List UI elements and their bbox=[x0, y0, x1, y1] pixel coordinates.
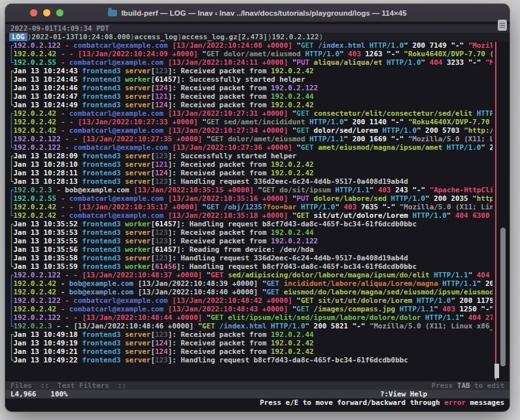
folder-icon bbox=[108, 10, 117, 16]
files-bar-right: Press TAB to edit bbox=[432, 381, 504, 390]
log-row[interactable]: │Jan 13 10:35:55 frontend3 server[123]: … bbox=[9, 237, 493, 245]
hint-suffix: messages bbox=[466, 398, 504, 407]
desktop: lbuild-perf — LOG — lnav ‹ lnav ../lnav/… bbox=[0, 0, 520, 420]
file-bracket bbox=[9, 364, 14, 373]
log-row[interactable]: │192.0.2.55 - combatcarl@example.com [13… bbox=[9, 194, 493, 203]
log-row[interactable]: └Jan 13 10:49:22 frontend3 server[123]: … bbox=[9, 356, 493, 364]
terminal-window: lbuild-perf — LOG — lnav ‹ lnav ../lnav/… bbox=[5, 4, 510, 411]
log-row[interactable]: ┌Jan 13 10:24:43 frontend3 server[123]: … bbox=[9, 67, 493, 75]
log-row[interactable]: │Jan 13 10:28:10 frontend3 server[121]: … bbox=[9, 160, 493, 169]
log-row[interactable]: │Jan 13 10:35:58 frontend3 server[123]: … bbox=[9, 254, 493, 262]
log-row[interactable]: │Jan 13 10:28:11 frontend3 server[124]: … bbox=[9, 169, 493, 177]
log-row[interactable]: │192.0.2.42 - - [13/Jan/2022:10:24:09 +0… bbox=[9, 50, 493, 58]
hint-prefix: Press e/E to move forward/backward throu… bbox=[260, 398, 444, 407]
log-row[interactable]: ┌192.0.2.3 - bob@example.com [13/Jan/202… bbox=[9, 186, 493, 194]
title-bar[interactable]: lbuild-perf — LOG — lnav ‹ lnav ../lnav/… bbox=[5, 4, 510, 22]
tab-key-label: TAB bbox=[457, 381, 470, 390]
log-row[interactable]: └192.0.2.3 - - [13/Jan/2022:10:48:46 +00… bbox=[9, 322, 493, 330]
lnav-terminal: 2022-09-01T14:09:34 PDT LOG⟩2022-01-13T1… bbox=[5, 22, 510, 411]
breadcrumb-item[interactable]: access_log.gz[2,473] bbox=[182, 33, 268, 41]
log-row[interactable]: │192.0.2.122 - - [13/Jan/2022:10:48:44 +… bbox=[9, 313, 493, 322]
lnav-scrollbar-thumb[interactable] bbox=[494, 364, 499, 378]
log-row[interactable]: │Jan 13 10:49:21 frontend3 server[124]: … bbox=[9, 347, 493, 356]
macos-scrollbar-thumb[interactable] bbox=[500, 228, 506, 366]
log-row[interactable]: └Jan 13 10:35:59 frontend3 worker[61456]… bbox=[9, 262, 493, 271]
clock-bar: 2022-09-01T14:09:34 PDT bbox=[5, 24, 510, 33]
log-row[interactable]: │Jan 13 10:35:56 frontend3 worker[61457]… bbox=[9, 245, 493, 254]
window-title: lbuild-perf — LOG — lnav ‹ lnav ../lnav/… bbox=[121, 9, 406, 17]
breadcrumb-separator: ⟩ bbox=[319, 33, 324, 41]
view-help-hint: ?:View Help bbox=[380, 390, 427, 398]
files-bar: Files :: Text Filters :: Press TAB to ed… bbox=[5, 381, 510, 390]
log-row[interactable] bbox=[9, 364, 493, 373]
scroll-percent: 100% bbox=[50, 390, 67, 398]
log-row[interactable]: ┌Jan 13 10:35:52 frontend3 worker[61457]… bbox=[9, 220, 493, 228]
log-row[interactable]: │Jan 13 10:24:46 frontend3 server[124]: … bbox=[9, 84, 493, 92]
log-row[interactable]: │192.0.2.42 - bob@example.com [13/Jan/20… bbox=[9, 288, 493, 296]
hint-error-word: error bbox=[444, 398, 466, 407]
to-edit-label: to edit bbox=[470, 381, 504, 390]
log-row[interactable]: │192.0.2.42 - bob@example.com [13/Jan/20… bbox=[9, 279, 493, 288]
log-row[interactable]: └192.0.2.122 - combatcarl@example.com [1… bbox=[9, 143, 493, 152]
breadcrumb-item[interactable]: 192.0.2.122 bbox=[271, 33, 319, 41]
status-bar: L4,966 100% ?:View Help bbox=[5, 390, 510, 398]
files-bar-left[interactable]: Files :: Text Filters :: bbox=[10, 381, 126, 390]
traffic-lights bbox=[30, 9, 63, 16]
minimize-button[interactable] bbox=[43, 9, 50, 16]
breadcrumb-item[interactable]: 2022-01-13T10:24:08.000 bbox=[31, 33, 130, 41]
log-row[interactable]: └Jan 13 10:28:13 frontend3 server[123]: … bbox=[9, 177, 493, 186]
log-row[interactable]: ┌Jan 13 10:28:09 frontend3 server[123]: … bbox=[9, 152, 493, 160]
log-row[interactable]: ┌192.0.2.42 - combatcarl@example.com [13… bbox=[9, 109, 493, 118]
log-row[interactable]: │Jan 13 10:24:45 frontend3 worker[61457]… bbox=[9, 75, 493, 84]
title-wrap: lbuild-perf — LOG — lnav ‹ lnav ../lnav/… bbox=[5, 9, 510, 17]
log-row[interactable]: │192.0.2.122 - - [13/Jan/2022:10:27:35 +… bbox=[9, 135, 493, 143]
breadcrumb: LOG⟩2022-01-13T10:24:08.000⟩access_log⟩a… bbox=[5, 33, 510, 41]
clock-text: 2022-09-01T14:09:34 PDT bbox=[10, 24, 109, 33]
close-button[interactable] bbox=[30, 9, 37, 16]
log-row[interactable]: └Jan 13 10:24:49 frontend3 server[124]: … bbox=[9, 101, 493, 109]
log-row[interactable]: │192.0.2.122 - combatcarl@example.com [1… bbox=[9, 296, 493, 305]
log-row[interactable]: │Jan 13 10:35:53 frontend3 server[123]: … bbox=[9, 228, 493, 237]
breadcrumb-item[interactable]: access_log bbox=[135, 33, 178, 41]
log-row[interactable]: │192.0.2.42 - - [13/Jan/2022:10:35:17 +0… bbox=[9, 203, 493, 211]
log-row[interactable]: ┌192.0.2.122 - - [13/Jan/2022:10:48:37 +… bbox=[9, 271, 493, 279]
log-row[interactable]: ┌192.0.2.122 - combatcarl@example.com [1… bbox=[9, 41, 493, 50]
log-row[interactable]: └192.0.2.55 - combatcarl@example.com [13… bbox=[9, 58, 493, 67]
log-row[interactable] bbox=[9, 373, 493, 381]
log-row[interactable]: │192.0.2.42 - combatcarl@example.com [13… bbox=[9, 305, 493, 313]
press-label: Press bbox=[432, 381, 457, 390]
zoom-button[interactable] bbox=[56, 9, 63, 16]
breadcrumb-items: ⟩2022-01-13T10:24:08.000⟩access_log⟩acce… bbox=[27, 33, 323, 41]
log-row[interactable]: ┌Jan 13 10:49:18 frontend3 server[123]: … bbox=[9, 330, 493, 339]
log-row[interactable]: │Jan 13 10:49:19 frontend3 server[124]: … bbox=[9, 339, 493, 347]
scrollbar-error-marks bbox=[495, 42, 496, 380]
log-row[interactable]: └192.0.2.42 - combatcarl@example.com [13… bbox=[9, 211, 493, 220]
log-row[interactable]: │192.0.2.42 - combatcarl@example.com [13… bbox=[9, 126, 493, 135]
line-position: L4,966 bbox=[10, 390, 36, 398]
hint-bar: Press e/E to move forward/backward throu… bbox=[5, 398, 510, 407]
log-row[interactable]: │Jan 13 10:24:47 frontend3 server[121]: … bbox=[9, 92, 493, 101]
scrollback-indicator-icon bbox=[498, 20, 507, 31]
file-bracket bbox=[9, 373, 14, 381]
log-rows: ┌192.0.2.122 - combatcarl@example.com [1… bbox=[5, 41, 510, 381]
log-row[interactable]: │192.0.2.42 - - [13/Jan/2022:10:27:33 +0… bbox=[9, 118, 493, 126]
mode-badge[interactable]: LOG bbox=[9, 33, 27, 41]
